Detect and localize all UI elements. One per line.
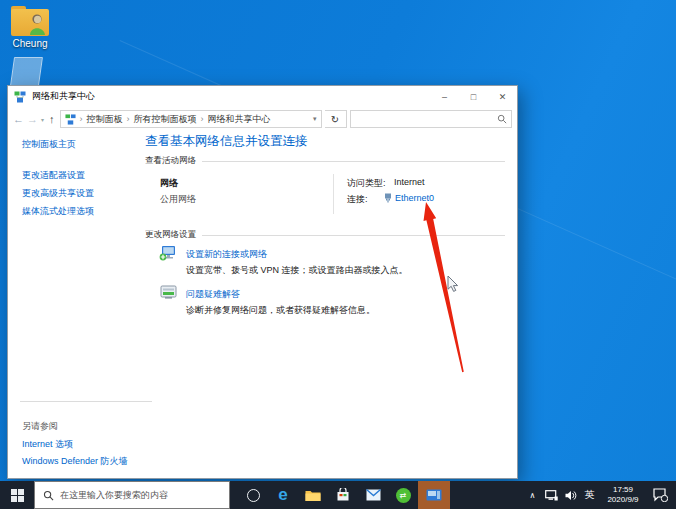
section-rule: [202, 161, 505, 162]
file-explorer-icon: [305, 489, 321, 502]
back-icon[interactable]: ←: [13, 114, 24, 125]
sidebar-item-advanced-sharing[interactable]: 更改高级共享设置: [22, 187, 94, 200]
action-center-icon: [653, 488, 668, 502]
store-icon: [336, 488, 350, 502]
minimize-button[interactable]: –: [430, 86, 459, 107]
up-icon[interactable]: ↑: [49, 114, 55, 125]
tray-chevron-icon[interactable]: ∧: [524, 491, 541, 500]
desktop: Cheung 网络和共享中心 – □ ✕ ← → ▾ ↑: [0, 0, 676, 509]
title-bar[interactable]: 网络和共享中心 – □ ✕: [8, 86, 517, 107]
cortana-icon: [247, 489, 260, 502]
crumb-sep-icon: ›: [201, 114, 204, 124]
taskbar-search[interactable]: 在这里输入你要搜索的内容: [34, 481, 230, 509]
network-center-icon: [14, 91, 26, 103]
sidebar-item-control-panel-home[interactable]: 控制面板主页: [22, 138, 76, 151]
desktop-icon-label: Cheung: [2, 38, 58, 49]
cortana-button[interactable]: [238, 481, 268, 509]
breadcrumb-control-panel[interactable]: 控制面板: [87, 113, 123, 126]
sidebar-item-defender-firewall[interactable]: Windows Defender 防火墙: [22, 455, 128, 468]
network-profile: 公用网络: [160, 193, 196, 206]
taskbar-search-placeholder: 在这里输入你要搜索的内容: [60, 489, 168, 502]
tray-date: 2020/9/9: [600, 495, 646, 505]
window-title: 网络和共享中心: [32, 90, 95, 103]
setup-connection-link[interactable]: 设置新的连接或网络: [186, 248, 267, 261]
page-title: 查看基本网络信息并设置连接: [145, 133, 308, 150]
search-icon: [497, 114, 507, 124]
search-icon: [43, 490, 54, 501]
nav-history-dropdown-icon[interactable]: ▾: [41, 116, 44, 123]
section-change-settings: 更改网络设置: [145, 229, 505, 241]
connection-label: 连接:: [347, 193, 368, 206]
system-tray: ∧ 英 17:59 2020/9/9: [524, 481, 676, 509]
green-sync-icon: ⇄: [396, 488, 411, 503]
action-center-button[interactable]: [648, 488, 672, 502]
ime-indicator[interactable]: 英: [581, 488, 598, 502]
sidebar-item-internet-options[interactable]: Internet 选项: [22, 438, 73, 451]
network-tray-icon[interactable]: [543, 490, 560, 501]
ethernet-icon: [384, 193, 392, 203]
mail-icon: [366, 489, 381, 501]
breadcrumb[interactable]: › 控制面板 › 所有控制面板项 › 网络和共享中心 ▾: [60, 110, 322, 128]
address-bar: ← → ▾ ↑ › 控制面板 › 所有控制面板项 › 网络和共享中心 ▾ ↻: [8, 107, 517, 131]
section-rule: [202, 235, 505, 236]
mail-button[interactable]: [358, 481, 388, 509]
refresh-button[interactable]: ↻: [325, 110, 347, 128]
windows-logo-icon: [11, 489, 24, 502]
forward-icon[interactable]: →: [27, 114, 38, 125]
section-change-label: 更改网络设置: [145, 229, 196, 241]
green-app-button[interactable]: ⇄: [388, 481, 418, 509]
desktop-icon-cheung[interactable]: Cheung: [2, 6, 58, 49]
troubleshoot-icon: [159, 285, 178, 301]
breadcrumb-dropdown-icon[interactable]: ▾: [313, 115, 317, 123]
setup-connection-icon: [159, 244, 178, 262]
file-explorer-button[interactable]: [298, 481, 328, 509]
troubleshoot-link[interactable]: 问题疑难解答: [186, 288, 240, 301]
breadcrumb-location-icon: [65, 114, 76, 125]
sidebar-item-change-adapter-settings[interactable]: 更改适配器设置: [22, 169, 85, 182]
sidebar-divider: [20, 401, 152, 402]
start-button[interactable]: [0, 481, 34, 509]
section-active-networks: 查看活动网络: [145, 155, 505, 167]
maximize-button[interactable]: □: [459, 86, 488, 107]
addressbar-search[interactable]: [350, 110, 512, 128]
sidebar-item-media-streaming[interactable]: 媒体流式处理选项: [22, 205, 94, 218]
column-divider: [333, 174, 334, 214]
addressbar-search-input[interactable]: [355, 113, 497, 125]
user-folder-icon: [11, 6, 49, 36]
active-app-network-center[interactable]: [418, 481, 450, 509]
ethernet0-link[interactable]: Ethernet0: [395, 193, 434, 203]
ghost-window-artifact: [10, 57, 43, 86]
active-app-icon: [426, 489, 442, 501]
person-glyph: [29, 13, 46, 35]
crumb-sep-icon: ›: [127, 114, 130, 124]
tray-clock[interactable]: 17:59 2020/9/9: [600, 485, 646, 505]
edge-button[interactable]: e: [268, 481, 298, 509]
breadcrumb-network-center[interactable]: 网络和共享中心: [208, 113, 271, 126]
store-button[interactable]: [328, 481, 358, 509]
network-name: 网络: [160, 177, 178, 190]
breadcrumb-all-items[interactable]: 所有控制面板项: [134, 113, 197, 126]
edge-icon: e: [278, 485, 287, 505]
close-button[interactable]: ✕: [488, 86, 517, 107]
see-also-header: 另请参阅: [22, 420, 58, 433]
access-type-value: Internet: [394, 177, 425, 187]
volume-icon[interactable]: [562, 490, 579, 501]
network-sharing-center-window: 网络和共享中心 – □ ✕ ← → ▾ ↑ › 控制面板 › 所有控制面板: [7, 85, 518, 479]
taskbar: 在这里输入你要搜索的内容 e: [0, 481, 676, 509]
setup-connection-desc: 设置宽带、拨号或 VPN 连接；或设置路由器或接入点。: [186, 264, 408, 277]
section-active-label: 查看活动网络: [145, 155, 196, 167]
troubleshoot-desc: 诊断并修复网络问题，或者获得疑难解答信息。: [186, 304, 375, 317]
crumb-sep-icon: ›: [80, 114, 83, 124]
tray-time: 17:59: [600, 485, 646, 495]
access-type-label: 访问类型:: [347, 177, 386, 190]
